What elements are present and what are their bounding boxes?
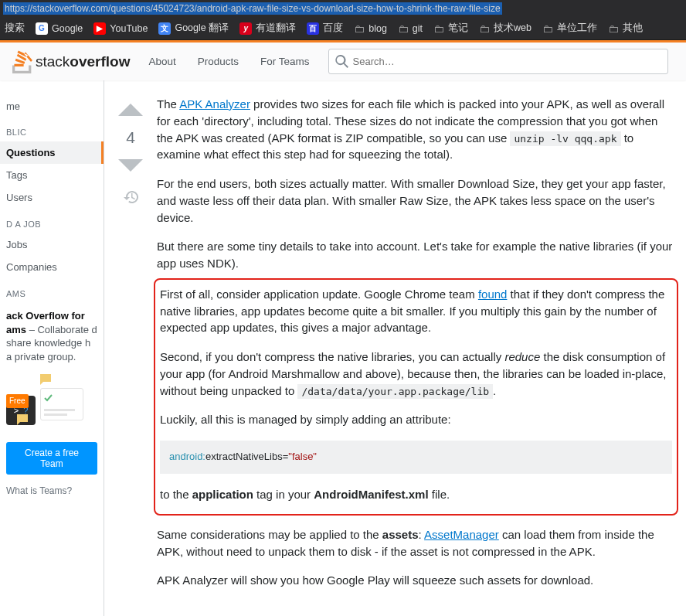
search-box[interactable] (328, 49, 668, 74)
left-sidebar: me BLIC Questions Tags Users D A JOB Job… (0, 80, 104, 616)
bookmark-folder-blog[interactable]: 🗀blog (354, 22, 387, 35)
apk-analyzer-link[interactable]: APK Analyzer (179, 97, 250, 111)
code-block: android:extractNativeLibs="false" (160, 441, 672, 474)
paragraph: to the application tag in your AndroidMa… (158, 486, 674, 503)
nav-for-teams[interactable]: For Teams (260, 56, 310, 67)
bookmark-baidu[interactable]: 百百度 (307, 22, 343, 35)
bookmark-google-translate[interactable]: 文Google 翻译 (158, 22, 229, 35)
assetmanager-link[interactable]: AssetManager (424, 528, 499, 541)
check-icon (44, 394, 53, 402)
answer-body: The APK Analyzer provides two sizes for … (157, 96, 675, 601)
chat-icon (39, 373, 53, 386)
nav-products[interactable]: Products (198, 56, 239, 67)
paragraph: APK Analyzer will show you how Google Pl… (157, 572, 675, 589)
sidebar-header-findjob: D A JOB (0, 209, 104, 233)
chat-icon (15, 413, 29, 427)
bookmark-folder-work[interactable]: 🗀单位工作 (542, 22, 597, 35)
history-icon[interactable] (124, 190, 138, 204)
bookmark-youtube[interactable]: ▶YouTube (93, 22, 148, 35)
youdao-icon: y (239, 22, 252, 35)
what-is-teams-link[interactable]: What is Teams? (0, 478, 104, 504)
vote-count: 4 (126, 128, 135, 147)
stackoverflow-icon (12, 50, 32, 73)
highlighted-section: First of all, consider application updat… (154, 278, 678, 516)
youtube-icon: ▶ (93, 22, 106, 35)
address-bar[interactable]: https://stackoverflow.com/questions/4502… (0, 0, 686, 17)
bookmarks-bar: 搜索 GGoogle ▶YouTube 文Google 翻译 y有道翻译 百百度… (0, 17, 686, 40)
folder-icon: 🗀 (608, 22, 619, 35)
teams-illustration: >_? Free (6, 371, 97, 425)
folder-icon: 🗀 (354, 22, 365, 35)
stackoverflow-logo[interactable]: stackoverflow (12, 50, 130, 73)
bookmark-folder-techweb[interactable]: 🗀技术web (479, 22, 531, 35)
create-team-button[interactable]: Create a free Team (6, 442, 97, 475)
teams-promo: ack Overflow for ams – Collaborate d sha… (0, 303, 104, 439)
baidu-icon: 百 (307, 22, 319, 35)
inline-code: /data/data/your.app.package/lib (297, 384, 493, 399)
header-nav: About Products For Teams (148, 56, 309, 67)
bookmark-youdao[interactable]: y有道翻译 (239, 22, 296, 35)
folder-icon: 🗀 (542, 22, 553, 35)
sidebar-header-teams: AMS (0, 278, 104, 303)
site-header: stackoverflow About Products For Teams (0, 40, 686, 80)
free-badge: Free (6, 394, 29, 408)
paragraph: But there are some tiny details to take … (157, 238, 675, 272)
bookmark-google[interactable]: GGoogle (36, 22, 83, 35)
folder-icon: 🗀 (398, 22, 409, 35)
bookmark-search[interactable]: 搜索 (5, 22, 25, 35)
search-input[interactable] (353, 56, 661, 67)
url-text: https://stackoverflow.com/questions/4502… (3, 2, 502, 15)
paragraph: Same considerations may be applied to th… (157, 526, 675, 560)
sidebar-item-jobs[interactable]: Jobs (0, 233, 104, 256)
nav-about[interactable]: About (148, 56, 175, 67)
bookmark-folder-git[interactable]: 🗀git (398, 22, 423, 35)
sidebar-item-users[interactable]: Users (0, 186, 104, 209)
inline-code: unzip -lv qqq.apk (510, 131, 620, 146)
paragraph: Luckily, all this is managed by simply a… (158, 411, 674, 428)
folder-icon: 🗀 (433, 22, 444, 35)
paragraph: First of all, consider application updat… (158, 286, 674, 336)
found-link[interactable]: found (478, 288, 508, 301)
sidebar-item-companies[interactable]: Companies (0, 256, 104, 278)
search-icon (335, 55, 348, 68)
downvote-button[interactable] (117, 151, 144, 179)
upvote-button[interactable] (117, 96, 144, 124)
main-content: 4 The APK Analyzer provides two sizes fo… (104, 80, 686, 616)
sidebar-item-tags[interactable]: Tags (0, 164, 104, 186)
folder-icon: 🗀 (479, 22, 490, 35)
paragraph: The APK Analyzer provides two sizes for … (157, 96, 675, 163)
sidebar-item-questions[interactable]: Questions (0, 141, 104, 164)
paragraph: Second, if you don't compress the native… (158, 349, 674, 399)
vote-column: 4 (117, 96, 144, 601)
google-icon: G (36, 22, 48, 35)
translate-icon: 文 (158, 22, 171, 35)
bookmark-folder-other[interactable]: 🗀其他 (608, 22, 643, 35)
bookmark-folder-notes[interactable]: 🗀笔记 (433, 22, 468, 35)
paragraph: For the end users, both sizes actually m… (157, 175, 675, 226)
sidebar-home[interactable]: me (0, 96, 104, 117)
sidebar-header-public: BLIC (0, 117, 104, 141)
